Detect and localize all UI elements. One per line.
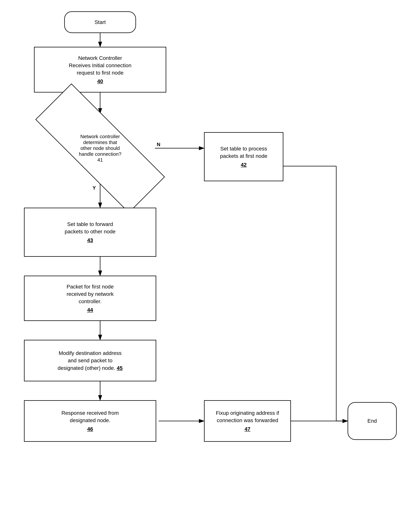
end-node: End [348, 402, 397, 440]
node47-text: Fixup originating address if connection … [216, 409, 279, 433]
node-45: Modify destination addressand send packe… [24, 340, 156, 381]
node-41-container: Network controller determines that other… [25, 113, 176, 183]
node-44: Packet for first node received by networ… [24, 276, 156, 321]
node40-text: Network Controller Receives Initial conn… [69, 54, 131, 85]
node-41-diamond: Network controller determines that other… [25, 113, 176, 183]
node46-text: Response received from designated node. … [61, 409, 119, 433]
node-43: Set table to forward packets to other no… [24, 208, 156, 257]
node-40: Network Controller Receives Initial conn… [34, 47, 166, 93]
node45-text: Modify destination addressand send packe… [58, 350, 123, 372]
start-node: Start [64, 11, 136, 33]
node44-text: Packet for first node received by networ… [67, 283, 114, 314]
start-label: Start [94, 19, 106, 26]
flowchart: Start Network Controller Receives Initia… [0, 0, 412, 532]
node-46: Response received from designated node. … [24, 400, 156, 442]
node-47: Fixup originating address if connection … [204, 400, 291, 442]
end-label: End [367, 417, 377, 425]
node43-text: Set table to forward packets to other no… [65, 220, 115, 244]
y-label: Y [93, 185, 96, 191]
node-42: Set table to process packets at first no… [204, 132, 283, 181]
node42-text: Set table to process packets at first no… [220, 145, 267, 168]
n-label: N [157, 142, 160, 147]
